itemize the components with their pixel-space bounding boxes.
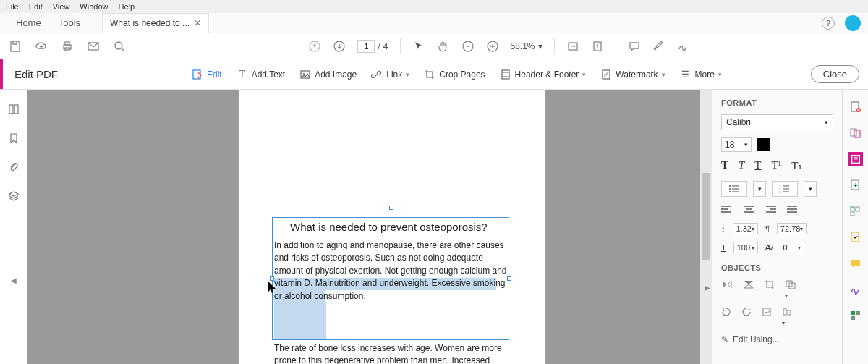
bookmarks-icon[interactable] — [7, 132, 20, 145]
edit-button[interactable]: Edit — [192, 69, 222, 80]
tab-document-label: What is needed to ... — [110, 18, 190, 28]
horizontal-scale-value[interactable]: 100▾ — [733, 242, 758, 253]
format-section-label: FORMAT — [721, 98, 833, 107]
select-tool-icon[interactable] — [412, 40, 425, 53]
flip-horizontal-icon[interactable] — [721, 279, 733, 300]
send-for-comments-icon[interactable] — [848, 230, 863, 245]
edit-icon — [192, 69, 203, 80]
arrange-icon[interactable]: ▾ — [785, 279, 796, 300]
comment-icon[interactable] — [628, 40, 641, 53]
edit-pdf-tool-icon[interactable] — [848, 152, 863, 166]
rotate-cw-icon[interactable] — [741, 307, 752, 327]
combine-files-icon[interactable] — [848, 126, 863, 140]
close-button[interactable]: Close — [811, 65, 859, 83]
superscript-button[interactable]: T¹ — [772, 159, 782, 172]
align-justify-icon[interactable] — [786, 206, 798, 214]
bullet-list-dropdown[interactable]: ▾ — [753, 181, 766, 197]
add-image-button[interactable]: Add Image — [299, 69, 357, 80]
watermark-button[interactable]: Watermark ▾ — [600, 69, 665, 80]
help-icon[interactable]: ? — [822, 17, 835, 30]
font-family-select[interactable]: Calibri ▾ — [721, 114, 833, 130]
thumbnails-icon[interactable] — [7, 103, 20, 116]
svg-point-4 — [115, 42, 122, 49]
text-icon: T — [237, 69, 248, 80]
export-pdf-icon[interactable] — [848, 178, 863, 192]
align-objects-icon[interactable]: ▾ — [782, 307, 792, 327]
align-center-icon[interactable] — [743, 206, 754, 214]
bullet-list-button[interactable] — [721, 181, 747, 197]
chevron-down-icon: ▾ — [718, 71, 722, 78]
paragraph-spacing-value[interactable]: 72.78▾ — [777, 223, 807, 234]
line-spacing-value[interactable]: 1.32▾ — [733, 223, 758, 234]
tab-home[interactable]: Home — [7, 13, 50, 33]
svg-rect-27 — [783, 309, 786, 315]
crop-object-icon[interactable] — [765, 279, 775, 300]
kerning-value[interactable]: 0▾ — [780, 242, 804, 253]
save-icon[interactable] — [9, 40, 22, 53]
fit-width-icon[interactable] — [566, 40, 579, 53]
edit-using-button[interactable]: ✎ Edit Using... — [721, 334, 833, 344]
align-right-icon[interactable] — [765, 206, 776, 214]
add-image-label: Add Image — [315, 69, 357, 80]
italic-button[interactable]: T — [739, 159, 744, 172]
menu-view[interactable]: View — [53, 2, 70, 11]
rotate-ccw-icon[interactable] — [721, 307, 731, 327]
page-down-icon[interactable] — [333, 40, 346, 53]
svg-text:3: 3 — [779, 190, 781, 193]
highlight-icon[interactable] — [652, 40, 665, 53]
menubar: File Edit View Window Help — [0, 0, 868, 13]
menu-file[interactable]: File — [6, 2, 19, 11]
link-label: Link — [386, 69, 402, 80]
search-icon[interactable] — [113, 40, 126, 53]
document-canvas[interactable]: What is needed to prevent osteoporosis? … — [27, 90, 712, 364]
header-footer-button[interactable]: Header & Footer ▾ — [500, 69, 587, 80]
crop-pages-button[interactable]: Crop Pages — [424, 69, 485, 80]
image-icon — [299, 69, 311, 80]
page-up-icon[interactable] — [308, 40, 321, 53]
tab-document[interactable]: What is needed to ... ✕ — [102, 13, 209, 33]
menu-window[interactable]: Window — [80, 2, 108, 11]
align-left-icon[interactable] — [721, 206, 733, 214]
number-list-dropdown[interactable]: ▾ — [804, 181, 817, 197]
menu-help[interactable]: Help — [118, 2, 135, 11]
close-tab-icon[interactable]: ✕ — [194, 18, 201, 28]
add-text-button[interactable]: T Add Text — [237, 69, 285, 80]
expand-right-icon[interactable]: ▶ — [705, 284, 710, 292]
fit-page-icon[interactable] — [591, 40, 604, 53]
bold-button[interactable]: T — [721, 159, 728, 172]
create-pdf-icon[interactable] — [848, 100, 863, 114]
collapse-left-icon[interactable]: ◀ — [11, 276, 17, 284]
flip-vertical-icon[interactable] — [743, 279, 754, 300]
more-tools-icon[interactable]: + — [848, 308, 863, 323]
avatar[interactable] — [845, 15, 861, 31]
mail-icon[interactable] — [87, 40, 100, 53]
hand-tool-icon[interactable] — [437, 40, 450, 53]
resize-handle-top[interactable] — [389, 206, 393, 210]
comment-tool-icon[interactable] — [848, 256, 863, 271]
zoom-in-icon[interactable] — [486, 40, 499, 53]
menu-edit[interactable]: Edit — [29, 2, 43, 11]
link-icon — [371, 69, 383, 80]
underline-button[interactable]: T — [754, 159, 761, 172]
layers-icon[interactable] — [7, 190, 20, 203]
organize-pages-icon[interactable] — [848, 204, 863, 219]
more-button[interactable]: ☰ More ▾ — [680, 69, 722, 80]
font-color-swatch[interactable] — [757, 138, 770, 151]
svg-point-13 — [303, 73, 305, 75]
font-size-select[interactable]: 18 ▾ — [721, 137, 752, 152]
subscript-button[interactable]: T₁ — [791, 159, 802, 172]
replace-image-icon[interactable] — [762, 307, 772, 327]
chevron-down-icon: ▾ — [744, 141, 748, 148]
scrollbar-thumb[interactable] — [702, 173, 710, 260]
number-list-button[interactable]: 123 — [772, 181, 798, 197]
zoom-out-icon[interactable] — [461, 40, 475, 53]
link-button[interactable]: Link ▾ — [371, 69, 409, 80]
fill-sign-icon[interactable] — [848, 282, 863, 297]
cloud-icon[interactable] — [35, 40, 48, 53]
print-icon[interactable] — [61, 40, 74, 53]
attachments-icon[interactable] — [7, 161, 20, 174]
current-page-input[interactable] — [357, 40, 375, 53]
zoom-level[interactable]: 58.1% ▾ — [511, 41, 542, 51]
sign-icon[interactable] — [677, 40, 690, 53]
tab-tools[interactable]: Tools — [50, 13, 89, 33]
